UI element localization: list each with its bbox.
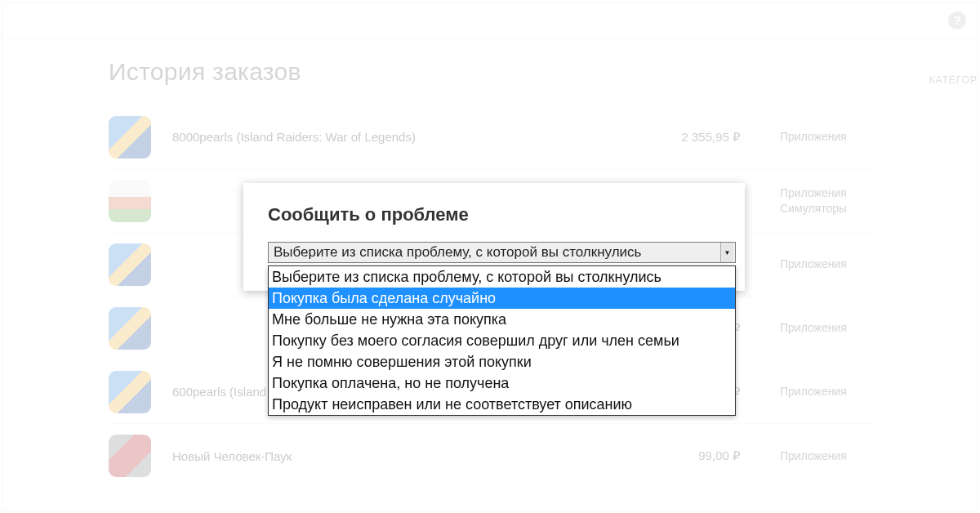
page-title: История заказов <box>2 38 978 86</box>
order-category: ПриложенияСимуляторы <box>741 185 871 215</box>
order-row[interactable]: Новый Человек-Паук99,00 ₽Приложения <box>109 424 871 488</box>
app-icon <box>109 116 151 158</box>
order-category: Приложения <box>741 129 871 144</box>
order-name: 8000pearls (Island Raiders: War of Legen… <box>172 130 643 144</box>
order-price: 99,00 ₽ <box>643 448 741 463</box>
dialog-title: Сообщить о проблеме <box>268 204 720 225</box>
help-icon[interactable]: ? <box>948 11 966 29</box>
dropdown-option[interactable]: Покупка оплачена, но не получена <box>269 372 735 394</box>
problem-select[interactable]: Выберите из списка проблему, с которой в… <box>268 242 736 263</box>
order-category: Приложения <box>741 448 871 463</box>
dropdown-option[interactable]: Продукт неисправен или не соответствует … <box>269 394 735 415</box>
order-name: Новый Человек-Паук <box>172 449 643 463</box>
order-category: Приложения <box>741 320 871 335</box>
chevron-down-icon: ▼ <box>720 243 733 262</box>
problem-select-value: Выберите из списка проблему, с которой в… <box>274 244 641 261</box>
dropdown-option[interactable]: Мне больше не нужна эта покупка <box>269 309 735 330</box>
order-category: Приложения <box>741 384 871 399</box>
app-icon <box>109 180 151 222</box>
dropdown-option[interactable]: Выберите из списка проблему, с которой в… <box>269 266 735 288</box>
problem-dropdown-list[interactable]: Выберите из списка проблему, с которой в… <box>268 265 736 416</box>
categories-link[interactable]: КАТЕГОР <box>929 74 978 86</box>
order-price: 2 355,95 ₽ <box>643 130 741 145</box>
dropdown-option[interactable]: Покупку без моего согласия совершил друг… <box>269 330 735 351</box>
dropdown-option[interactable]: Я не помню совершения этой покупки <box>269 351 735 372</box>
order-category: Приложения <box>741 256 871 271</box>
top-bar: ? <box>2 2 978 38</box>
app-icon <box>109 435 151 477</box>
order-row[interactable]: 8000pearls (Island Raiders: War of Legen… <box>109 105 871 169</box>
app-icon <box>109 243 151 286</box>
app-icon <box>109 307 151 350</box>
app-icon <box>109 371 151 413</box>
dropdown-option[interactable]: Покупка была сделана случайно <box>269 288 735 309</box>
